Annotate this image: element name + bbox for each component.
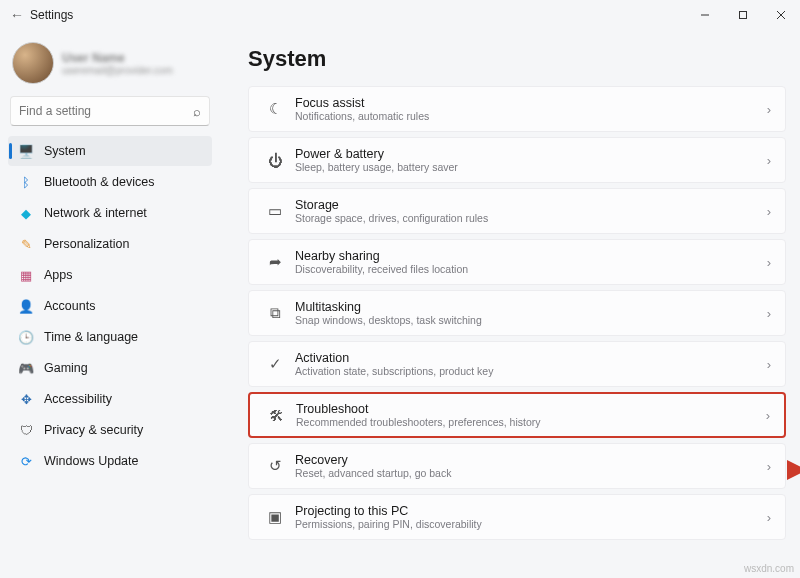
setting-nearby[interactable]: ➦Nearby sharingDiscoverability, received… [248, 239, 786, 285]
chevron-right-icon: › [767, 102, 773, 117]
setting-subtitle: Storage space, drives, configuration rul… [295, 212, 767, 224]
apps-icon: ▦ [18, 267, 34, 283]
sidebar-item-label: Time & language [44, 330, 138, 344]
setting-subtitle: Activation state, subscriptions, product… [295, 365, 767, 377]
svg-rect-1 [740, 12, 747, 19]
setting-subtitle: Sleep, battery usage, battery saver [295, 161, 767, 173]
profile-name: User Name [62, 51, 173, 65]
maximize-button[interactable] [724, 0, 762, 30]
chevron-right-icon: › [767, 255, 773, 270]
setting-subtitle: Snap windows, desktops, task switching [295, 314, 767, 326]
time-icon: 🕒 [18, 329, 34, 345]
bluetooth-icon: ᛒ [18, 174, 34, 190]
profile-email: useremail@provider.com [62, 65, 173, 76]
sidebar-item-privacy[interactable]: 🛡Privacy & security [8, 415, 212, 445]
setting-title: Storage [295, 198, 767, 212]
search-icon: ⌕ [193, 104, 201, 119]
sidebar-item-gaming[interactable]: 🎮Gaming [8, 353, 212, 383]
nav: 🖥️SystemᛒBluetooth & devices◆Network & i… [8, 136, 212, 476]
setting-title: Projecting to this PC [295, 504, 767, 518]
setting-title: Multitasking [295, 300, 767, 314]
sidebar-item-label: System [44, 144, 86, 158]
chevron-right-icon: › [767, 459, 773, 474]
chevron-right-icon: › [767, 153, 773, 168]
setting-subtitle: Reset, advanced startup, go back [295, 467, 767, 479]
sidebar-item-label: Bluetooth & devices [44, 175, 155, 189]
main: System ☾Focus assistNotifications, autom… [220, 30, 800, 578]
chevron-right-icon: › [767, 306, 773, 321]
sidebar-item-accounts[interactable]: 👤Accounts [8, 291, 212, 321]
personalization-icon: ✎ [18, 236, 34, 252]
sidebar-item-system[interactable]: 🖥️System [8, 136, 212, 166]
activation-icon: ✓ [261, 355, 289, 373]
setting-recovery[interactable]: ↺RecoveryReset, advanced startup, go bac… [248, 443, 786, 489]
sidebar-item-accessibility[interactable]: ✥Accessibility [8, 384, 212, 414]
setting-title: Troubleshoot [296, 402, 766, 416]
power-icon: ⏻ [261, 152, 289, 169]
search-box[interactable]: ⌕ [10, 96, 210, 126]
sidebar-item-label: Privacy & security [44, 423, 143, 437]
annotation-arrow [794, 460, 800, 483]
multitask-icon: ⧉ [261, 304, 289, 322]
network-icon: ◆ [18, 205, 34, 221]
chevron-right-icon: › [767, 357, 773, 372]
setting-title: Focus assist [295, 96, 767, 110]
chevron-right-icon: › [767, 510, 773, 525]
privacy-icon: 🛡 [18, 422, 34, 438]
sidebar-item-label: Accounts [44, 299, 95, 313]
window-title: Settings [30, 8, 73, 22]
setting-subtitle: Discoverability, received files location [295, 263, 767, 275]
sidebar: User Name useremail@provider.com ⌕ 🖥️Sys… [0, 30, 220, 578]
search-input[interactable] [19, 104, 193, 118]
storage-icon: ▭ [261, 202, 289, 220]
sidebar-item-label: Network & internet [44, 206, 147, 220]
profile[interactable]: User Name useremail@provider.com [8, 38, 212, 94]
nearby-icon: ➦ [261, 253, 289, 271]
chevron-right-icon: › [766, 408, 772, 423]
system-icon: 🖥️ [18, 143, 34, 159]
sidebar-item-personalization[interactable]: ✎Personalization [8, 229, 212, 259]
sidebar-item-label: Accessibility [44, 392, 112, 406]
chevron-right-icon: › [767, 204, 773, 219]
sidebar-item-label: Windows Update [44, 454, 139, 468]
focus-icon: ☾ [261, 100, 289, 118]
sidebar-item-network[interactable]: ◆Network & internet [8, 198, 212, 228]
page-title: System [248, 46, 786, 72]
setting-storage[interactable]: ▭StorageStorage space, drives, configura… [248, 188, 786, 234]
setting-multitask[interactable]: ⧉MultitaskingSnap windows, desktops, tas… [248, 290, 786, 336]
setting-title: Activation [295, 351, 767, 365]
setting-projecting[interactable]: ▣Projecting to this PCPermissions, pairi… [248, 494, 786, 540]
minimize-button[interactable] [686, 0, 724, 30]
settings-list: ☾Focus assistNotifications, automatic ru… [248, 86, 786, 540]
troubleshoot-icon: 🛠 [262, 407, 290, 424]
back-button[interactable]: ← [4, 7, 30, 23]
setting-title: Recovery [295, 453, 767, 467]
projecting-icon: ▣ [261, 508, 289, 526]
setting-focus[interactable]: ☾Focus assistNotifications, automatic ru… [248, 86, 786, 132]
sidebar-item-update[interactable]: ⟳Windows Update [8, 446, 212, 476]
setting-activation[interactable]: ✓ActivationActivation state, subscriptio… [248, 341, 786, 387]
recovery-icon: ↺ [261, 457, 289, 475]
accessibility-icon: ✥ [18, 391, 34, 407]
setting-power[interactable]: ⏻Power & batterySleep, battery usage, ba… [248, 137, 786, 183]
watermark: wsxdn.com [744, 563, 794, 574]
sidebar-item-apps[interactable]: ▦Apps [8, 260, 212, 290]
avatar [12, 42, 54, 84]
sidebar-item-time[interactable]: 🕒Time & language [8, 322, 212, 352]
setting-troubleshoot[interactable]: 🛠TroubleshootRecommended troubleshooters… [248, 392, 786, 438]
setting-subtitle: Permissions, pairing PIN, discoverabilit… [295, 518, 767, 530]
sidebar-item-label: Personalization [44, 237, 129, 251]
setting-title: Nearby sharing [295, 249, 767, 263]
setting-subtitle: Recommended troubleshooters, preferences… [296, 416, 766, 428]
sidebar-item-label: Gaming [44, 361, 88, 375]
setting-title: Power & battery [295, 147, 767, 161]
gaming-icon: 🎮 [18, 360, 34, 376]
sidebar-item-label: Apps [44, 268, 73, 282]
accounts-icon: 👤 [18, 298, 34, 314]
update-icon: ⟳ [18, 453, 34, 469]
window-controls [686, 0, 800, 30]
setting-subtitle: Notifications, automatic rules [295, 110, 767, 122]
sidebar-item-bluetooth[interactable]: ᛒBluetooth & devices [8, 167, 212, 197]
close-button[interactable] [762, 0, 800, 30]
titlebar: ← Settings [0, 0, 800, 30]
